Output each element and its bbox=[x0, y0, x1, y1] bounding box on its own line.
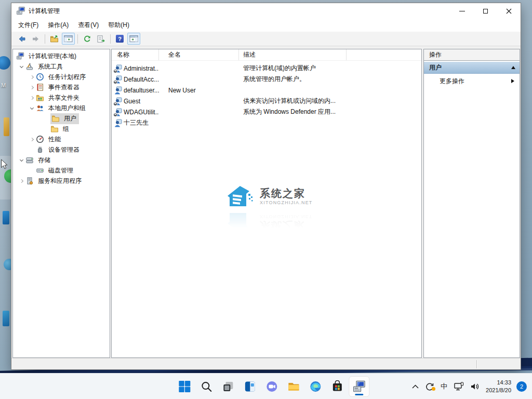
menu-view[interactable]: 查看(V) bbox=[73, 19, 103, 32]
chevron-right-icon[interactable] bbox=[28, 97, 36, 99]
desktop-icon-partial-2[interactable] bbox=[4, 117, 9, 136]
tray-chevron-button[interactable] bbox=[409, 376, 422, 397]
menu-help[interactable]: 帮助(H) bbox=[103, 19, 134, 32]
file-explorer-button[interactable] bbox=[283, 376, 304, 397]
chevron-down-icon[interactable] bbox=[28, 108, 36, 109]
folder-arrow-icon bbox=[50, 35, 59, 43]
tree-item-performance[interactable]: 性能 bbox=[13, 134, 110, 144]
actions-section-users[interactable]: 用户 bbox=[424, 62, 520, 74]
disk-icon bbox=[36, 166, 44, 175]
export-list-icon bbox=[97, 35, 105, 43]
watermark-title: 系统之家 bbox=[260, 188, 313, 199]
desktop-icon-partial-4[interactable] bbox=[3, 211, 9, 224]
volume-button[interactable] bbox=[467, 376, 483, 397]
user-icon bbox=[114, 119, 122, 127]
menu-file[interactable]: 文件(F) bbox=[14, 19, 43, 32]
show-action-pane-button[interactable] bbox=[127, 33, 140, 45]
action-pane-icon bbox=[129, 35, 138, 43]
task-view-icon bbox=[222, 380, 234, 393]
tree-item-task-scheduler[interactable]: 任务计划程序 bbox=[13, 72, 110, 82]
ime-indicator[interactable]: 中 bbox=[437, 376, 450, 397]
user-row-guest[interactable]: Guest 供来宾访问计算机或访问域的内... bbox=[112, 96, 421, 107]
more-actions-item[interactable]: 更多操作 bbox=[424, 75, 520, 87]
refresh-button[interactable] bbox=[81, 33, 94, 45]
chevron-up-icon bbox=[412, 384, 419, 389]
status-bar bbox=[11, 358, 521, 369]
minimize-button[interactable] bbox=[450, 3, 474, 19]
tree-item-computer-management[interactable]: 计算机管理(本地) bbox=[13, 51, 110, 61]
search-icon bbox=[200, 380, 212, 393]
desktop-icon-partial-6[interactable] bbox=[3, 311, 9, 326]
user-row-administrator[interactable]: Administrat... 管理计算机(域)的内置帐户 bbox=[112, 63, 421, 74]
running-indicator bbox=[355, 394, 363, 395]
taskbar-clock[interactable]: 14:33 2021/8/20 bbox=[483, 379, 514, 394]
user-disabled-icon bbox=[114, 97, 122, 105]
clock-time: 14:33 bbox=[486, 379, 511, 387]
chevron-right-icon[interactable] bbox=[17, 180, 25, 182]
edge-button[interactable] bbox=[305, 376, 326, 397]
tree-item-shared-folders[interactable]: 共享文件夹 bbox=[13, 92, 110, 103]
close-button[interactable] bbox=[497, 3, 521, 19]
update-dot-badge bbox=[432, 387, 435, 391]
tree-item-groups[interactable]: 组 bbox=[13, 124, 110, 134]
desktop-icon-partial-1[interactable] bbox=[0, 56, 10, 70]
network-button[interactable] bbox=[450, 376, 467, 397]
toolbar-separator bbox=[77, 34, 78, 44]
menu-bar: 文件(F) 操作(A) 查看(V) 帮助(H) bbox=[11, 19, 521, 32]
tree-item-local-users-groups[interactable]: 本地用户和组 bbox=[13, 103, 110, 113]
column-header-name[interactable]: 名称 bbox=[112, 49, 159, 60]
list-header: 名称 全名 描述 bbox=[112, 49, 421, 61]
tree-item-disk-management[interactable]: 磁盘管理 bbox=[13, 165, 110, 176]
user-disabled-icon bbox=[114, 108, 122, 116]
task-view-button[interactable] bbox=[218, 376, 238, 397]
desktop-icon-label: M bbox=[1, 82, 6, 88]
user-row-shisan[interactable]: 十三先生 bbox=[112, 117, 421, 128]
widgets-button[interactable] bbox=[240, 376, 260, 397]
tree-item-storage[interactable]: 存储 bbox=[13, 155, 110, 165]
user-row-defaultuser0[interactable]: defaultuser... New User bbox=[112, 85, 421, 96]
chat-button[interactable] bbox=[261, 376, 282, 397]
microsoft-store-button[interactable] bbox=[327, 376, 348, 397]
tree-item-services-applications[interactable]: 服务和应用程序 bbox=[13, 176, 110, 186]
submenu-arrow-icon bbox=[511, 79, 516, 83]
forward-button[interactable] bbox=[29, 33, 42, 45]
computer-management-taskbar-button[interactable] bbox=[349, 376, 369, 397]
chevron-down-icon[interactable] bbox=[17, 66, 25, 68]
user-row-wdagutilityaccount[interactable]: WDAGUtilit... 系统为 Windows Defender 应用... bbox=[112, 107, 421, 117]
tree-item-system-tools[interactable]: 系统工具 bbox=[13, 61, 110, 72]
chevron-right-icon[interactable] bbox=[28, 138, 36, 141]
menu-action[interactable]: 操作(A) bbox=[43, 19, 73, 32]
chevron-down-icon[interactable] bbox=[17, 159, 25, 161]
watermark-reflection: 系统之家 XITONGZHIJIA.NET bbox=[227, 210, 320, 236]
collapse-arrow-icon[interactable] bbox=[511, 64, 515, 69]
mouse-cursor bbox=[1, 159, 9, 170]
search-button[interactable] bbox=[196, 376, 217, 397]
update-pending-button[interactable] bbox=[422, 376, 437, 397]
watermark-site: XITONGZHIJIA.NET bbox=[260, 200, 313, 205]
tree-item-users[interactable]: 用户 bbox=[13, 113, 110, 124]
notification-count-badge[interactable]: 2 bbox=[516, 381, 527, 392]
chat-icon bbox=[265, 380, 278, 393]
shared-folder-icon bbox=[36, 94, 44, 102]
help-button[interactable] bbox=[113, 33, 126, 45]
show-console-tree-button[interactable] bbox=[62, 33, 75, 45]
chevron-right-icon[interactable] bbox=[28, 76, 36, 78]
maximize-button[interactable] bbox=[474, 3, 497, 19]
column-header-full-name[interactable]: 全名 bbox=[159, 49, 239, 60]
open-folder-button[interactable] bbox=[48, 33, 61, 45]
title-bar[interactable]: 计算机管理 bbox=[11, 3, 521, 19]
user-row-defaultaccount[interactable]: DefaultAcc... 系统管理的用户帐户。 bbox=[112, 74, 421, 85]
tree-item-device-manager[interactable]: 设备管理器 bbox=[13, 144, 110, 155]
start-button[interactable] bbox=[174, 376, 195, 397]
toolbar-separator bbox=[110, 34, 111, 44]
export-list-button[interactable] bbox=[95, 33, 108, 45]
back-button[interactable] bbox=[15, 33, 28, 45]
tree-item-event-viewer[interactable]: 事件查看器 bbox=[13, 82, 110, 92]
chevron-right-icon[interactable] bbox=[28, 86, 36, 89]
gauge-icon bbox=[36, 135, 44, 143]
close-icon bbox=[506, 8, 512, 14]
windows-logo-icon bbox=[178, 380, 191, 393]
toolbar-separator bbox=[45, 34, 45, 44]
disabled-badge-icon bbox=[113, 102, 117, 105]
column-header-description[interactable]: 描述 bbox=[239, 49, 347, 60]
